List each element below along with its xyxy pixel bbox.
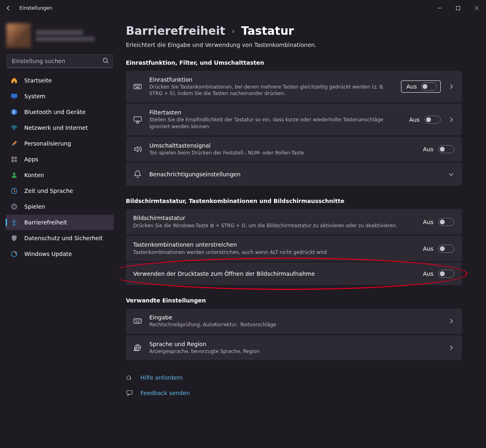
section-related-settings: Verwandte Einstellungen — [126, 297, 462, 304]
setting-notification-settings[interactable]: Benachrichtigungseinstellungen — [126, 163, 462, 186]
svg-point-22 — [136, 121, 139, 123]
setting-toggle-keys-signal[interactable]: Umschalttastensignal Ton spielen beim Dr… — [126, 137, 462, 162]
setting-title: Umschalttastensignal — [149, 142, 416, 149]
search-icon — [102, 57, 109, 64]
setting-subtitle: Stellen Sie die Empfindlichkeit der Tast… — [149, 116, 402, 129]
nav-label: Barrierefreiheit — [24, 219, 67, 226]
toggle-switch[interactable] — [421, 82, 437, 91]
nav-apps[interactable]: Apps — [6, 152, 114, 167]
apps-icon — [11, 156, 18, 163]
toggle-switch[interactable] — [438, 218, 454, 226]
nav-gaming[interactable]: Spielen — [6, 199, 114, 214]
toggle-switch[interactable] — [438, 270, 454, 278]
update-icon — [11, 250, 18, 258]
nav-label: Zeit und Sprache — [24, 188, 73, 194]
feedback-link[interactable]: Feedback senden — [140, 390, 190, 396]
nav-accounts[interactable]: Konten — [6, 167, 114, 183]
chevron-down-icon[interactable] — [448, 172, 454, 177]
keyboard-icon — [133, 317, 142, 325]
svg-rect-16 — [134, 85, 141, 89]
setting-title: Sprache und Region — [149, 341, 441, 347]
page-title: Tastatur — [241, 24, 294, 38]
breadcrumb: Barrierefreiheit › Tastatur — [126, 24, 462, 38]
toggle-toggle-keys-signal[interactable]: Aus — [423, 145, 454, 153]
svg-rect-20 — [136, 87, 139, 88]
accessibility-icon — [11, 219, 18, 226]
minimize-button[interactable] — [430, 0, 449, 16]
nav-accessibility[interactable]: Barrierefreiheit — [6, 215, 114, 230]
nav-list: Startseite System Bluetooth und Geräte N… — [6, 73, 114, 262]
nav-personalization[interactable]: Personalisierung — [6, 136, 114, 151]
main-content: Barrierefreiheit › Tastatur Erleichtert … — [119, 16, 486, 448]
nav-windows-update[interactable]: Windows Update — [6, 246, 114, 262]
wifi-icon — [11, 124, 18, 131]
toggle-switch[interactable] — [424, 116, 441, 124]
setting-sticky-keys[interactable]: Einrastfunktion Drücken Sie Tastenkombin… — [126, 71, 462, 102]
setting-subtitle: Ton spielen beim Drücken der Feststell-,… — [149, 150, 416, 156]
search-box[interactable] — [6, 54, 113, 68]
setting-title: Eingabe — [149, 314, 441, 321]
related-typing[interactable]: Eingabe Rechtschreibprüfung, AutoKorrekt… — [126, 309, 462, 334]
user-info — [36, 30, 95, 41]
toggle-sticky-keys[interactable]: Aus — [401, 80, 441, 93]
nav-home[interactable]: Startseite — [6, 73, 114, 88]
help-link[interactable]: Hilfe anfordern — [140, 374, 183, 381]
toggle-switch[interactable] — [438, 145, 454, 153]
toggle-print-screen-snipping[interactable]: Aus — [423, 270, 454, 278]
svg-point-1 — [103, 58, 107, 62]
setting-print-screen-snipping[interactable]: Verwenden der Drucktaste zum Öffnen der … — [126, 262, 462, 285]
nav-network[interactable]: Netzwerk und Internet — [6, 120, 114, 135]
close-button[interactable] — [467, 0, 486, 16]
svg-rect-2 — [11, 94, 17, 98]
setting-subtitle: Rechtschreibprüfung, AutoKorrektur, Text… — [149, 321, 441, 328]
title-bar: Einstellungen — [0, 0, 486, 16]
svg-rect-18 — [137, 85, 138, 86]
chevron-right-icon[interactable] — [448, 117, 454, 122]
svg-rect-3 — [13, 98, 15, 99]
brush-icon — [11, 140, 18, 147]
setting-on-screen-keyboard[interactable]: Bildschirmtastatur Drücken Sie die Windo… — [126, 209, 462, 235]
setting-underline-shortcuts[interactable]: Tastenkombinationen unterstreichen Taste… — [126, 236, 462, 261]
globe-language-icon — [133, 343, 142, 352]
feedback-icon — [126, 389, 133, 397]
breadcrumb-parent[interactable]: Barrierefreiheit — [126, 24, 225, 38]
nav-label: Bluetooth und Geräte — [24, 109, 85, 115]
related-language-region[interactable]: Sprache und Region Anzeigesprache, bevor… — [126, 335, 462, 360]
nav-label: Apps — [24, 156, 38, 163]
shield-icon — [11, 235, 18, 242]
sidebar: Startseite System Bluetooth und Geräte N… — [0, 16, 119, 448]
nav-time-language[interactable]: Zeit und Sprache — [6, 183, 114, 199]
toggle-on-screen-keyboard[interactable]: Aus — [423, 218, 454, 226]
svg-rect-8 — [11, 160, 14, 162]
svg-point-25 — [127, 376, 130, 379]
toggle-filter-keys[interactable]: Aus — [409, 116, 441, 124]
feedback-link-row: Feedback senden — [126, 389, 462, 397]
window-title: Einstellungen — [19, 5, 52, 11]
svg-point-13 — [13, 205, 16, 209]
toggle-switch[interactable] — [438, 245, 454, 253]
setting-title: Einrastfunktion — [149, 76, 394, 83]
nav-label: System — [24, 93, 45, 99]
setting-title: Bildschirmtastatur — [133, 215, 416, 221]
chevron-right-icon[interactable] — [448, 319, 454, 323]
sticky-keys-icon — [133, 82, 142, 91]
search-input[interactable] — [6, 54, 113, 68]
nav-bluetooth[interactable]: Bluetooth und Geräte — [6, 104, 114, 120]
svg-rect-7 — [15, 156, 17, 159]
gamepad-icon — [11, 203, 18, 210]
nav-system[interactable]: System — [6, 89, 114, 104]
chevron-right-icon: › — [232, 27, 235, 35]
nav-privacy[interactable]: Datenschutz und Sicherheit — [6, 230, 114, 246]
page-description: Erleichtert die Eingabe und Verwendung v… — [126, 42, 462, 48]
toggle-underline-shortcuts[interactable]: Aus — [423, 245, 454, 253]
chevron-right-icon[interactable] — [448, 84, 454, 89]
chevron-right-icon[interactable] — [448, 345, 454, 350]
nav-label: Datenschutz und Sicherheit — [24, 235, 103, 241]
back-button[interactable] — [6, 5, 11, 11]
user-profile[interactable] — [6, 23, 113, 48]
help-link-row: Hilfe anfordern — [126, 374, 462, 381]
maximize-button[interactable] — [449, 0, 467, 16]
setting-subtitle: Tastenkombinationen werden unterstrichen… — [133, 249, 416, 256]
setting-filter-keys[interactable]: Filtertasten Stellen Sie die Empfindlich… — [126, 104, 462, 135]
svg-point-5 — [14, 130, 15, 131]
